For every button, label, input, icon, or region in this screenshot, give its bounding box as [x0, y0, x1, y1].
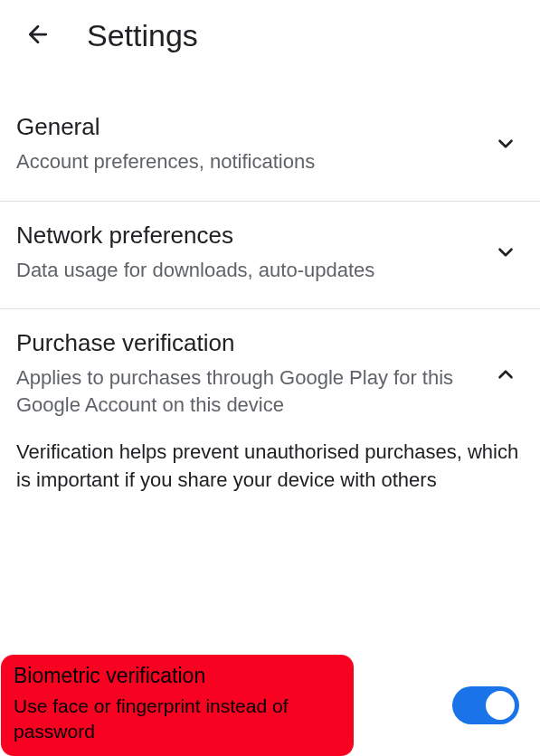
- biometric-row: Biometric verification Use face or finge…: [1, 655, 540, 756]
- section-general-subtitle: Account preferences, notifications: [16, 148, 475, 175]
- section-purchase-title: Purchase verification: [16, 329, 475, 357]
- section-general: General Account preferences, notificatio…: [0, 93, 540, 202]
- purchase-info-text: Verification helps prevent unauthorised …: [16, 439, 524, 502]
- section-general-row[interactable]: General Account preferences, notificatio…: [16, 113, 524, 175]
- section-network-title: Network preferences: [16, 222, 475, 250]
- biometric-subtitle: Use face or fingerprint instead of passw…: [14, 694, 343, 743]
- chevron-down-icon: [493, 131, 518, 156]
- arrow-left-icon: [24, 21, 52, 51]
- page-title: Settings: [87, 18, 198, 53]
- section-network-text: Network preferences Data usage for downl…: [16, 222, 493, 284]
- section-network: Network preferences Data usage for downl…: [0, 202, 540, 310]
- back-button[interactable]: [22, 20, 54, 52]
- app-header: Settings: [0, 0, 540, 75]
- biometric-highlight: Biometric verification Use face or finge…: [1, 655, 354, 756]
- section-purchase-row[interactable]: Purchase verification Applies to purchas…: [16, 329, 524, 418]
- section-purchase-text: Purchase verification Applies to purchas…: [16, 329, 493, 418]
- chevron-up-icon: [493, 362, 518, 387]
- biometric-toggle[interactable]: [452, 686, 519, 724]
- toggle-knob: [486, 691, 515, 720]
- section-network-row[interactable]: Network preferences Data usage for downl…: [16, 222, 524, 284]
- section-general-text: General Account preferences, notificatio…: [16, 113, 493, 175]
- section-general-title: General: [16, 113, 475, 141]
- section-purchase-subtitle: Applies to purchases through Google Play…: [16, 364, 475, 418]
- chevron-down-icon: [493, 240, 518, 265]
- section-purchase: Purchase verification Applies to purchas…: [0, 309, 540, 526]
- biometric-title: Biometric verification: [14, 664, 343, 688]
- section-purchase-body: Verification helps prevent unauthorised …: [16, 419, 524, 502]
- section-network-subtitle: Data usage for downloads, auto-updates: [16, 257, 475, 284]
